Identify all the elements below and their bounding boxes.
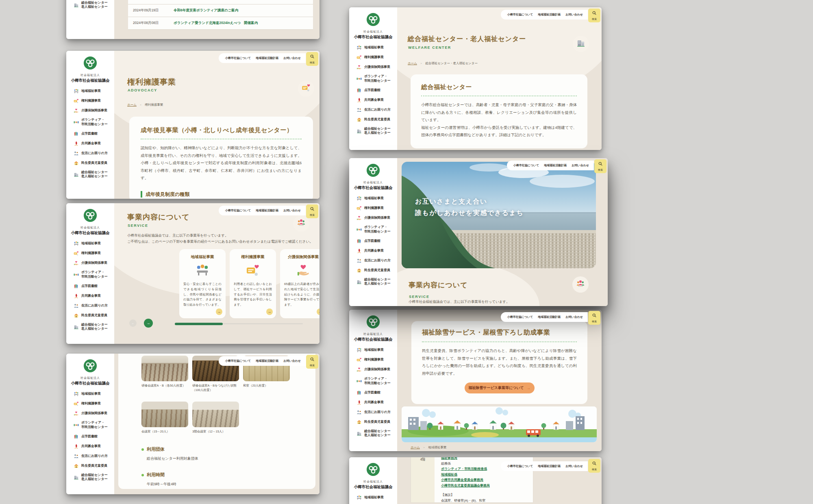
directory-link[interactable]: 小樽市共同募金委員会事務局 — [441, 477, 533, 483]
sidebar-item-1[interactable]: 地域福祉事業 — [74, 391, 114, 397]
search-button[interactable]: 検索 — [594, 159, 606, 173]
sidebar-item-2[interactable]: 権利擁護事業 — [357, 357, 397, 363]
sidebar-item-9[interactable]: 総合福祉センター老人福祉センター — [74, 170, 114, 179]
sidebar-item-9[interactable]: 総合福祉センター老人福祉センター — [74, 323, 114, 332]
sidebar-item-1[interactable]: 地域福祉事業 — [357, 196, 397, 201]
nav-link-2[interactable]: 地域福祉活動計画 — [544, 163, 567, 167]
service-card-1[interactable]: 地域福祉事業安心・安全に暮らすことのできる地域づくりを目指し、住民や福祉関係者な… — [179, 249, 226, 318]
service-card-arrow-button[interactable]: → — [317, 308, 320, 315]
brand-logo[interactable]: 社会福祉法人小樽市社会福祉協議会 — [349, 457, 397, 490]
nav-link-1[interactable]: 小樽市社協について — [507, 315, 533, 319]
sidebar-item-6[interactable]: 共同募金事業 — [357, 98, 397, 103]
sidebar-item-4[interactable]: ボランティア・市民活動センター — [74, 421, 114, 430]
nav-link-1[interactable]: 小樽市社協について — [507, 13, 533, 17]
brand-logo[interactable]: 社会福祉法人小樽市社会福祉協議会 — [66, 203, 114, 236]
search-button[interactable]: 検索 — [306, 204, 318, 218]
search-button[interactable]: 検索 — [306, 52, 318, 66]
brand-logo[interactable]: 社会福祉法人小樽市社会福祉協議会 — [349, 7, 397, 40]
sidebar-item-1[interactable]: 地域福祉事業 — [357, 348, 397, 353]
nav-link-2[interactable]: 地域福祉活動計画 — [538, 315, 561, 319]
sidebar-item-2[interactable]: 権利擁護事業 — [74, 98, 114, 104]
sidebar-item-8[interactable]: 民生委員児童委員 — [357, 117, 397, 122]
sidebar-item-6[interactable]: 共同募金事業 — [357, 248, 397, 254]
brand-logo[interactable]: 社会福祉法人小樽市社会福祉協議会 — [349, 158, 397, 191]
search-button[interactable]: 検索 — [588, 9, 600, 22]
nav-link-1[interactable]: 小樽市社協について — [225, 56, 251, 60]
sidebar-item-7[interactable]: 生活にお困りの方 — [357, 107, 397, 113]
sidebar-item-6[interactable]: 共同募金事業 — [74, 444, 114, 449]
nav-link-1[interactable]: 小樽市社協について — [513, 163, 539, 167]
nav-link-3[interactable]: お問い合わせ — [565, 13, 583, 17]
carousel-scrollbar[interactable] — [175, 323, 303, 324]
sidebar-item-2[interactable]: 権利擁護事業 — [74, 251, 114, 256]
nav-link-3[interactable]: お問い合わせ — [283, 56, 301, 60]
service-card-3[interactable]: 介護保険関係事業65歳以上の高齢者が住み慣れた地域で安心して生活が続けられるよう… — [280, 249, 320, 318]
sidebar-item-4[interactable]: ボランティア・市民活動センター — [74, 270, 114, 279]
news-link[interactable]: 第48回道新ボランティア奨励賞 受賞報告 — [174, 0, 240, 0]
sidebar-item-8[interactable]: 民生委員児童委員 — [74, 161, 114, 166]
sidebar-item-1[interactable]: 地域福祉事業 — [74, 89, 114, 94]
nav-link-3[interactable]: お問い合わせ — [565, 315, 583, 319]
sidebar-item-4[interactable]: ボランティア・市民活動センター — [74, 118, 114, 127]
sidebar-item-6[interactable]: 共同募金事業 — [74, 141, 114, 146]
news-link[interactable]: 令和6年度災害ボランティア講座のご案内 — [174, 8, 238, 13]
directory-link[interactable]: 福祉事務局 — [441, 457, 533, 461]
sidebar-item-7[interactable]: 生活にお困りの方 — [74, 303, 114, 308]
sidebar-item-7[interactable]: 生活にお困りの方 — [357, 258, 397, 263]
sidebar-item-3[interactable]: 介護保険関係事業 — [74, 261, 114, 266]
sidebar-item-2[interactable]: 権利擁護事業 — [357, 206, 397, 211]
directory-link[interactable]: 小樽市民生児童委員協議会事務局 — [441, 483, 533, 489]
sidebar-item-5[interactable]: 点字図書館 — [357, 239, 397, 244]
sidebar-item-6[interactable]: 共同募金事業 — [357, 400, 397, 405]
sidebar-item-5[interactable]: 点字図書館 — [74, 434, 114, 439]
nav-link-2[interactable]: 地域福祉活動計画 — [538, 464, 561, 468]
brand-logo[interactable]: 社会福祉法人小樽市社会福祉協議会 — [66, 354, 114, 386]
sidebar-item-8[interactable]: 民生委員児童委員 — [357, 419, 397, 425]
carousel-scrollbar-thumb[interactable] — [175, 323, 223, 325]
sidebar-item-7[interactable]: 生活にお困りの方 — [357, 410, 397, 415]
nav-link-3[interactable]: お問い合わせ — [572, 163, 589, 167]
nav-link-2[interactable]: 地域福祉活動計画 — [256, 209, 278, 213]
sidebar-item-8[interactable]: 民生委員児童委員 — [74, 313, 114, 318]
snow-service-detail-button[interactable]: 福祉除雪サービス事業等について → — [465, 382, 535, 393]
search-button[interactable]: 検索 — [588, 459, 600, 473]
breadcrumb-home-link[interactable]: ホーム — [411, 445, 420, 450]
sidebar-item-9[interactable]: 総合福祉センター老人福祉センター — [357, 127, 397, 136]
brand-logo[interactable]: 社会福祉法人小樽市社会福祉協議会 — [66, 51, 114, 83]
directory-link[interactable]: 地域福祉係 — [441, 472, 533, 478]
nav-link-3[interactable]: お問い合わせ — [565, 464, 583, 468]
search-button[interactable]: 検索 — [306, 355, 318, 369]
sidebar-item-3[interactable]: 介護保険関係事業 — [74, 411, 114, 416]
sidebar-item-9[interactable]: 総合福祉センター老人福祉センター — [357, 429, 397, 438]
brand-logo[interactable]: 社会福祉法人小樽市社会福祉協議会 — [349, 310, 397, 342]
search-button[interactable]: 検索 — [588, 311, 600, 325]
sidebar-item-2[interactable]: 権利擁護事業 — [74, 401, 114, 406]
nav-link-2[interactable]: 地域福祉活動計画 — [256, 56, 278, 60]
nav-link-1[interactable]: 小樽市社協について — [507, 464, 533, 468]
sidebar-item-5[interactable]: 点字図書館 — [357, 88, 397, 93]
service-card-arrow-button[interactable]: → — [216, 308, 222, 315]
sidebar-item-3[interactable]: 介護保険関係事業 — [74, 108, 114, 113]
sidebar-item-4[interactable]: ボランティア・市民活動センター — [357, 377, 397, 386]
nav-link-2[interactable]: 地域福祉活動計画 — [538, 13, 561, 17]
sidebar-item-7[interactable]: 生活にお困りの方 — [74, 151, 114, 156]
sidebar-item-8[interactable]: 民生委員児童委員 — [357, 268, 397, 273]
sidebar-item-3[interactable]: 介護保険関係事業 — [357, 65, 397, 70]
nav-link-3[interactable]: お問い合わせ — [283, 359, 301, 363]
carousel-next-button[interactable]: → — [144, 319, 153, 328]
breadcrumb-home-link[interactable]: ホーム — [408, 61, 417, 65]
sidebar-item-3[interactable]: 介護保険関係事業 — [357, 215, 397, 221]
sidebar-item-4[interactable]: ボランティア・市民活動センター — [357, 225, 397, 234]
sidebar-item-5[interactable]: 点字図書館 — [74, 131, 114, 137]
service-card-2[interactable]: 権利擁護事業利用者との話し合いをとおして、福祉サービスを利用するお手伝いや、日常… — [230, 249, 276, 318]
sidebar-item-4[interactable]: ボランティア・市民活動センター — [357, 74, 397, 83]
breadcrumb-home-link[interactable]: ホーム — [127, 103, 137, 107]
sidebar-item-7[interactable]: 生活にお困りの方 — [74, 454, 114, 459]
sidebar-item-9[interactable]: 総合福祉センター老人福祉センター — [357, 278, 397, 287]
sidebar-item-8[interactable]: 民生委員児童委員 — [74, 463, 114, 469]
nav-link-2[interactable]: 地域福祉活動計画 — [256, 359, 278, 363]
carousel-prev-button[interactable]: ← — [129, 319, 137, 327]
nav-link-1[interactable]: 小樽市社協について — [225, 209, 251, 213]
sidebar-item-9[interactable]: 総合福祉センター老人福祉センター — [74, 1, 114, 10]
sidebar-item-3[interactable]: 介護保険関係事業 — [357, 367, 397, 372]
